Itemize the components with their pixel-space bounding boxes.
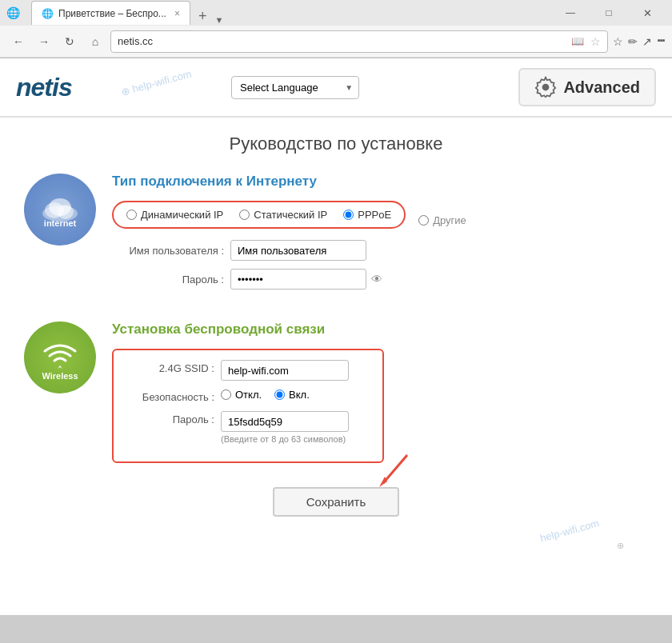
connection-type-row: Динамический IP Статический IP PPPoE — [112, 201, 648, 240]
wireless-section: Wireless Установка беспроводной связи 2.… — [24, 322, 648, 463]
password-row: Пароль : 👁 — [112, 269, 648, 290]
ssid-input[interactable] — [221, 360, 349, 381]
advanced-label: Advanced — [563, 78, 640, 97]
security-on-label: Вкл. — [289, 389, 310, 401]
bookmark-star-icon[interactable]: ☆ — [590, 35, 601, 48]
tab-favicon: 🌐 — [42, 8, 54, 19]
password-wrapper: 👁 — [230, 269, 382, 290]
username-label: Имя пользователя : — [120, 245, 224, 257]
internet-section: internet Тип подключения к Интернету Дин… — [24, 174, 648, 298]
title-bar: 🌐 🌐 Приветствие – Беспро... × + ▼ — □ ✕ — [0, 0, 672, 26]
wifi-password-col: (Введите от 8 до 63 символов) — [221, 411, 349, 444]
netis-logo: netis — [16, 73, 72, 102]
password-input[interactable] — [230, 269, 366, 290]
page-content: netis ⊕ help-wifi.com Select Language En… — [0, 58, 672, 615]
arrow-indicator — [359, 451, 423, 491]
dynamic-ip-radio[interactable] — [126, 210, 137, 220]
dynamic-ip-option[interactable]: Динамический IP — [126, 209, 223, 221]
save-button[interactable]: Сохранить — [273, 487, 400, 517]
header-watermark: ⊕ help-wifi.com — [120, 67, 193, 98]
security-label: Безопасность : — [126, 389, 214, 403]
tab-title: Приветствие – Беспро... — [58, 8, 166, 19]
security-on-option[interactable]: Вкл. — [274, 389, 310, 401]
wireless-section-title: Установка беспроводной связи — [112, 322, 648, 337]
minimize-button[interactable]: — — [552, 0, 589, 26]
pppoe-radio[interactable] — [343, 210, 354, 220]
wireless-settings-box: 2.4G SSID : Безопасность : Откл. — [112, 349, 384, 463]
security-on-radio[interactable] — [274, 389, 285, 400]
internet-label: internet — [44, 218, 76, 228]
page-title: Руководство по установке — [24, 134, 648, 154]
internet-section-content: Тип подключения к Интернету Динамический… — [112, 174, 648, 298]
nav-icons: ☆ ✏ ↗ ··· — [613, 33, 664, 50]
username-row: Имя пользователя : — [112, 240, 648, 261]
language-select[interactable]: Select Language English Русский 中文 — [231, 76, 359, 99]
other-label: Другие — [433, 214, 466, 226]
wireless-section-content: Установка беспроводной связи 2.4G SSID :… — [112, 322, 648, 463]
language-selector-wrapper: Select Language English Русский 中文 — [231, 76, 359, 99]
tab-dropdown[interactable]: ▼ — [214, 15, 223, 25]
svg-point-4 — [49, 198, 71, 216]
static-ip-label: Статический IP — [254, 209, 327, 221]
browser-chrome: 🌐 🌐 Приветствие – Беспро... × + ▼ — □ ✕ … — [0, 0, 672, 58]
close-button[interactable]: ✕ — [629, 0, 666, 26]
password-label: Пароль : — [120, 274, 224, 286]
wifi-icon — [38, 335, 82, 371]
browser-icon: 🌐 — [6, 6, 20, 19]
wifi-password-label: Пароль : — [126, 411, 214, 425]
advanced-button[interactable]: Advanced — [518, 68, 656, 106]
bottom-watermark: help-wifi.com — [538, 517, 600, 544]
reader-icon: 📖 — [571, 35, 584, 47]
gear-icon — [534, 76, 557, 98]
show-password-icon[interactable]: 👁 — [371, 273, 382, 286]
pppoe-option[interactable]: PPPoE — [343, 209, 391, 221]
wireless-label: Wireless — [42, 371, 78, 381]
dynamic-ip-label: Динамический IP — [141, 209, 223, 221]
save-area: Сохранить help-wifi.com ⊕ — [24, 487, 648, 573]
page-header: netis ⊕ help-wifi.com Select Language En… — [0, 58, 672, 118]
wifi-password-input[interactable] — [221, 411, 349, 432]
window-controls: — □ ✕ — [552, 0, 666, 26]
security-off-radio[interactable] — [221, 389, 231, 400]
wifi-password-row: Пароль : (Введите от 8 до 63 символов) — [126, 411, 370, 444]
maximize-button[interactable]: □ — [590, 0, 627, 26]
forward-button[interactable]: → — [34, 31, 54, 52]
home-button[interactable]: ⌂ — [85, 31, 106, 52]
refresh-button[interactable]: ↻ — [59, 31, 80, 52]
back-button[interactable]: ← — [8, 31, 29, 52]
tab-close[interactable]: × — [174, 8, 180, 19]
bottom-watermark-icon: ⊕ — [617, 541, 624, 551]
new-tab-button[interactable]: + — [194, 8, 212, 25]
username-input[interactable] — [230, 240, 366, 261]
password-hint: (Введите от 8 до 63 символов) — [221, 434, 349, 444]
address-bar[interactable]: netis.cc 📖 ☆ — [110, 30, 608, 53]
security-row: Безопасность : Откл. Вкл. — [126, 389, 370, 403]
active-tab[interactable]: 🌐 Приветствие – Беспро... × — [31, 1, 190, 25]
static-ip-option[interactable]: Статический IP — [239, 209, 327, 221]
svg-point-0 — [542, 84, 550, 91]
pppoe-label: PPPoE — [358, 209, 391, 221]
connection-type-box: Динамический IP Статический IP PPPoE — [112, 201, 406, 229]
other-option[interactable]: Другие — [418, 214, 466, 226]
internet-icon: internet — [24, 174, 96, 246]
title-bar-controls: 🌐 — [6, 6, 20, 19]
more-menu-icon[interactable]: ··· — [657, 33, 664, 50]
static-ip-radio[interactable] — [239, 210, 250, 220]
share-icon[interactable]: ↗ — [642, 35, 652, 48]
other-radio[interactable] — [418, 215, 429, 226]
svg-line-5 — [383, 455, 407, 483]
security-off-label: Откл. — [235, 389, 262, 401]
security-off-option[interactable]: Откл. — [221, 389, 262, 401]
pen-icon[interactable]: ✏ — [628, 35, 638, 48]
ssid-label: 2.4G SSID : — [126, 360, 214, 374]
internet-section-title: Тип подключения к Интернету — [112, 174, 648, 190]
main-content: Руководство по установке internet Тип по… — [0, 118, 672, 589]
ssid-row: 2.4G SSID : — [126, 360, 370, 381]
wireless-icon: Wireless — [24, 322, 96, 393]
security-options: Откл. Вкл. — [221, 389, 310, 401]
navigation-bar: ← → ↻ ⌂ netis.cc 📖 ☆ ☆ ✏ ↗ ··· — [0, 26, 672, 58]
favorites-icon[interactable]: ☆ — [613, 35, 623, 48]
address-text: netis.cc — [118, 35, 565, 47]
